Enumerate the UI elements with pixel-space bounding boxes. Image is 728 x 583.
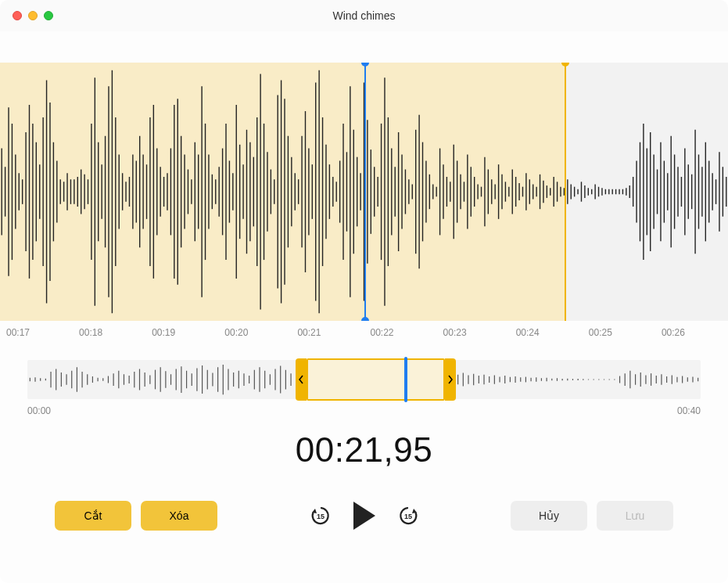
chevron-right-icon bbox=[447, 374, 454, 385]
overview-playhead[interactable] bbox=[404, 357, 407, 402]
svg-text:15: 15 bbox=[316, 513, 324, 520]
main-waveform-area[interactable] bbox=[0, 63, 728, 321]
time-ruler: 00:1700:1800:1900:2000:2100:2200:2300:24… bbox=[0, 321, 728, 344]
ruler-tick: 00:26 bbox=[662, 327, 685, 338]
overview-start-time: 00:00 bbox=[27, 405, 51, 416]
controls-bar: Cắt Xóa 15 15 Hủy Lưu bbox=[0, 501, 728, 531]
overview-time-labels: 00:00 00:40 bbox=[27, 405, 701, 416]
ruler-tick: 00:22 bbox=[371, 327, 394, 338]
svg-text:15: 15 bbox=[403, 513, 411, 520]
play-icon bbox=[353, 502, 375, 530]
titlebar: Wind chimes bbox=[0, 0, 728, 31]
overview-area: 00:00 00:40 bbox=[27, 360, 701, 407]
skip-forward-15-icon: 15 bbox=[397, 505, 419, 527]
trim-end-handle-overview[interactable] bbox=[445, 358, 456, 401]
skip-forward-button[interactable]: 15 bbox=[397, 505, 419, 527]
playhead-handle[interactable] bbox=[364, 63, 366, 321]
ruler-tick: 00:17 bbox=[6, 327, 30, 338]
cancel-button[interactable]: Hủy bbox=[511, 501, 587, 531]
window-title: Wind chimes bbox=[0, 9, 728, 22]
ruler-tick: 00:23 bbox=[443, 327, 467, 338]
ruler-tick: 00:25 bbox=[589, 327, 612, 338]
save-button[interactable]: Lưu bbox=[597, 501, 673, 531]
play-button[interactable] bbox=[353, 502, 375, 530]
ruler-tick: 00:19 bbox=[152, 327, 175, 338]
minimize-window-button[interactable] bbox=[28, 11, 38, 20]
overview-end-time: 00:40 bbox=[677, 405, 701, 416]
trim-button[interactable]: Cắt bbox=[55, 501, 131, 531]
delete-button[interactable]: Xóa bbox=[141, 501, 217, 531]
trim-end-handle[interactable] bbox=[565, 63, 566, 321]
ruler-tick: 00:21 bbox=[297, 327, 321, 338]
ruler-tick: 00:18 bbox=[79, 327, 102, 338]
maximize-window-button[interactable] bbox=[44, 11, 53, 20]
editor-window: Wind chimes 00:1700:1800:1900:2000:2100:… bbox=[0, 0, 728, 583]
close-window-button[interactable] bbox=[13, 11, 22, 20]
skip-back-15-icon: 15 bbox=[310, 505, 332, 527]
ruler-tick: 00:24 bbox=[516, 327, 540, 338]
window-controls bbox=[0, 11, 53, 20]
overview-selection[interactable] bbox=[307, 358, 445, 401]
trim-start-handle[interactable] bbox=[296, 358, 307, 401]
skip-back-button[interactable]: 15 bbox=[310, 505, 332, 527]
playback-controls: 15 15 bbox=[227, 502, 501, 530]
overview-track[interactable] bbox=[27, 360, 701, 399]
current-time-display: 00:21,95 bbox=[0, 430, 728, 470]
chevron-left-icon bbox=[298, 374, 304, 385]
ruler-tick: 00:20 bbox=[224, 327, 248, 338]
